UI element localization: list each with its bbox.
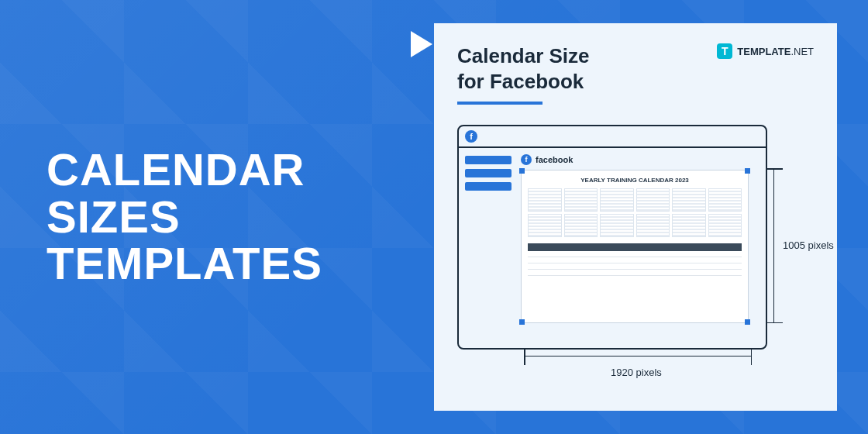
play-icon — [411, 31, 432, 57]
brand-logo: T TEMPLATE.NET — [717, 43, 814, 59]
month-cell — [528, 214, 562, 237]
card-title-line-2: for Facebook — [457, 69, 590, 95]
month-cell — [708, 214, 742, 237]
brand-text: TEMPLATE.NET — [737, 46, 814, 57]
headline-line-3: TEMPLATES — [46, 240, 434, 288]
month-cell — [708, 188, 742, 212]
content-area: f facebook YEARLY TRAINING CALENDAR 2023 — [518, 148, 766, 348]
brand-suffix: .NET — [790, 46, 814, 57]
facebook-icon: f — [521, 154, 532, 165]
card-title-line-1: Calendar Size — [457, 43, 590, 69]
table-row — [528, 251, 742, 257]
table-row — [528, 270, 742, 276]
brand-badge-icon: T — [717, 43, 732, 59]
menu-bar — [465, 169, 512, 177]
browser-mockup: f f facebook — [457, 125, 767, 350]
facebook-name: facebook — [536, 155, 573, 164]
month-cell — [636, 188, 670, 212]
headline-block: CALENDAR SIZES TEMPLATES — [0, 146, 434, 288]
calendar-grid — [528, 188, 742, 237]
month-cell — [636, 214, 670, 237]
table-row — [528, 264, 742, 270]
facebook-tab-icon: f — [465, 130, 477, 143]
card-title-block: Calendar Size for Facebook — [457, 43, 590, 105]
browser-tab-bar: f — [459, 126, 766, 148]
width-label: 1920 pixels — [611, 367, 662, 378]
info-card: Calendar Size for Facebook T TEMPLATE.NE… — [434, 23, 837, 411]
menu-bar — [465, 156, 512, 164]
mockup-area: f f facebook — [457, 125, 814, 412]
month-cell — [564, 188, 598, 212]
card-header: Calendar Size for Facebook T TEMPLATE.NE… — [457, 43, 814, 105]
month-cell — [672, 188, 706, 212]
calendar-title: YEARLY TRAINING CALENDAR 2023 — [528, 177, 742, 184]
month-cell — [600, 214, 634, 237]
height-bracket-icon — [773, 168, 774, 323]
month-cell — [528, 188, 562, 212]
brand-name: TEMPLATE — [737, 46, 790, 57]
sidebar-menu-icon — [459, 148, 518, 348]
selection-handle-icon — [745, 168, 750, 174]
title-underline — [457, 102, 542, 105]
height-label: 1005 pixels — [783, 239, 834, 251]
headline-line-2: SIZES — [46, 194, 434, 241]
month-cell — [600, 188, 634, 212]
selection-handle-icon — [519, 168, 525, 174]
table-header — [528, 243, 742, 251]
headline-line-1: CALENDAR — [46, 146, 434, 194]
browser-body: f facebook YEARLY TRAINING CALENDAR 2023 — [459, 148, 766, 348]
selection-handle-icon — [519, 319, 525, 325]
menu-bar — [465, 182, 512, 191]
width-bracket-icon — [524, 356, 752, 356]
training-table — [528, 243, 742, 276]
table-row — [528, 257, 742, 264]
facebook-label: f facebook — [521, 154, 758, 165]
calendar-post: YEARLY TRAINING CALENDAR 2023 — [521, 170, 749, 323]
month-cell — [672, 214, 706, 237]
selection-handle-icon — [745, 319, 750, 325]
month-cell — [564, 214, 598, 237]
